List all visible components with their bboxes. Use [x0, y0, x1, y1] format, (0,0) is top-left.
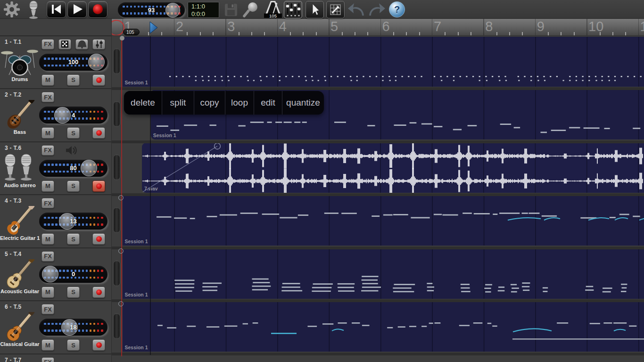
track-volume-slider[interactable]: 13: [39, 213, 107, 230]
track-volume-slider[interactable]: 18: [39, 319, 107, 336]
bar-number: 2: [176, 19, 183, 34]
rewind-icon: [47, 1, 66, 17]
bell-button[interactable]: [75, 39, 88, 49]
solo-button[interactable]: S: [67, 233, 80, 245]
mute-button[interactable]: M: [41, 339, 54, 351]
bar-number: 8: [485, 19, 493, 34]
zoom-icon[interactable]: [242, 1, 260, 20]
clip-node[interactable]: [118, 301, 124, 306]
tempo-badge[interactable]: 105: [123, 29, 140, 35]
microphone-icon[interactable]: [25, 0, 41, 21]
solo-button[interactable]: S: [67, 339, 80, 351]
midi-clip[interactable]: Session 1: [123, 249, 644, 299]
ruler-tick: [522, 32, 523, 36]
midi-clip[interactable]: Session 1: [123, 302, 644, 352]
mute-button[interactable]: M: [41, 127, 54, 139]
record-arm-button[interactable]: [92, 74, 105, 86]
record-arm-button[interactable]: [92, 339, 105, 351]
track-volume-slider[interactable]: 0: [39, 266, 107, 283]
rewind-to-start-button[interactable]: [47, 1, 66, 18]
record-button[interactable]: [88, 1, 107, 18]
snap-grid-button[interactable]: [326, 1, 345, 18]
track-row[interactable]: 6 - T.5FX 18Classical GuitarMS: [0, 301, 112, 354]
track-id-label: 5 - T.4: [5, 251, 21, 257]
menu-item-delete[interactable]: delete: [124, 91, 162, 115]
undo-icon[interactable]: [347, 2, 366, 19]
play-button[interactable]: [67, 1, 87, 18]
track-scroll-handle[interactable]: [113, 207, 120, 233]
track-scroll-handle[interactable]: [113, 49, 120, 74]
track-scroll-handle[interactable]: [113, 313, 120, 339]
track-scroll-handle[interactable]: [113, 155, 120, 180]
bar-line: [638, 19, 639, 36]
record-arm-button[interactable]: [92, 233, 105, 245]
master-volume-slider[interactable]: 93: [118, 2, 185, 17]
playhead-marker[interactable]: [149, 21, 158, 36]
midi-clip[interactable]: Session 1: [123, 196, 644, 246]
mute-button[interactable]: M: [41, 181, 54, 192]
track-scroll-handle[interactable]: [113, 261, 120, 286]
fx-button[interactable]: FX: [41, 251, 54, 262]
mute-button[interactable]: M: [41, 233, 54, 245]
record-arm-button[interactable]: [92, 287, 105, 298]
track-scroll-handle[interactable]: [113, 101, 120, 127]
channel-sliders-button[interactable]: [92, 39, 105, 49]
mute-button[interactable]: M: [41, 74, 54, 86]
solo-button[interactable]: S: [67, 127, 80, 139]
menu-item-quantize[interactable]: quantize: [282, 91, 324, 115]
bar-number: 10: [588, 19, 603, 34]
select-tool-button[interactable]: [305, 1, 324, 18]
track-row[interactable]: 3 - T.6FX 80Audio stereoMS: [0, 142, 112, 195]
bar-line: [174, 19, 175, 36]
track-volume-slider-value: 13: [39, 213, 107, 230]
bar-number: 11: [640, 19, 644, 34]
mixer-button[interactable]: [284, 1, 302, 18]
pattern-grid-button[interactable]: [58, 39, 71, 49]
redo-icon[interactable]: [367, 2, 386, 19]
track-volume-slider[interactable]: 4: [39, 107, 107, 123]
fx-button[interactable]: FX: [41, 304, 54, 314]
timeline[interactable]: 1234567891011105Session 1Session 17.wavS…: [112, 19, 644, 362]
save-icon[interactable]: [224, 3, 238, 18]
help-button[interactable]: ?: [389, 1, 405, 17]
bar-number: 5: [330, 19, 338, 34]
track-volume-slider[interactable]: 80: [39, 160, 107, 177]
track-volume-slider[interactable]: 100: [39, 54, 107, 71]
track-row[interactable]: 4 - T.3FX 13Electric Guitar 1MS: [0, 195, 112, 248]
fx-button[interactable]: FX: [41, 92, 54, 102]
time-main: 1:1:0: [191, 3, 219, 10]
fx-button[interactable]: FX: [41, 198, 54, 208]
solo-button[interactable]: S: [67, 181, 80, 192]
bar-number: 6: [382, 19, 390, 34]
menu-item-loop[interactable]: loop: [225, 91, 254, 115]
menu-item-copy[interactable]: copy: [194, 91, 225, 115]
menu-item-split[interactable]: split: [162, 91, 194, 115]
track-volume-slider-value: 100: [39, 54, 107, 71]
solo-button[interactable]: S: [67, 287, 80, 298]
solo-button[interactable]: S: [67, 74, 80, 86]
ruler-tick: [303, 32, 304, 36]
track-row[interactable]: 1 - T.1FX 100DrumsMS: [0, 36, 112, 89]
mute-button[interactable]: M: [41, 287, 54, 298]
metronome-icon[interactable]: 105: [263, 0, 283, 21]
clip-node[interactable]: [120, 36, 124, 41]
timeline-ruler[interactable]: 1234567891011105: [112, 19, 644, 36]
midi-clip[interactable]: Session 1: [123, 37, 644, 87]
track-row[interactable]: 5 - T.4FX 0Acoustic GuitarMS: [0, 248, 112, 301]
record-arm-button[interactable]: [92, 181, 105, 192]
fx-button[interactable]: FX: [41, 145, 54, 156]
menu-item-edit[interactable]: edit: [254, 91, 282, 115]
record-arm-button[interactable]: [92, 127, 105, 139]
settings-gear-icon[interactable]: [3, 1, 21, 20]
waveform: [142, 143, 644, 193]
audio-clip[interactable]: 7.wav: [142, 143, 644, 193]
speaker-icon[interactable]: [65, 145, 78, 158]
clip-node[interactable]: [118, 248, 124, 254]
clip-node[interactable]: [118, 195, 124, 200]
track-row[interactable]: 7 - T.7FX: [0, 354, 112, 362]
fx-button[interactable]: FX: [41, 357, 54, 362]
track-row[interactable]: 2 - T.2FX 4BassMS: [0, 89, 112, 142]
time-display[interactable]: 1:1:0 0:0:0: [188, 2, 219, 18]
fx-button[interactable]: FX: [41, 39, 54, 49]
playhead-line: [150, 36, 151, 355]
